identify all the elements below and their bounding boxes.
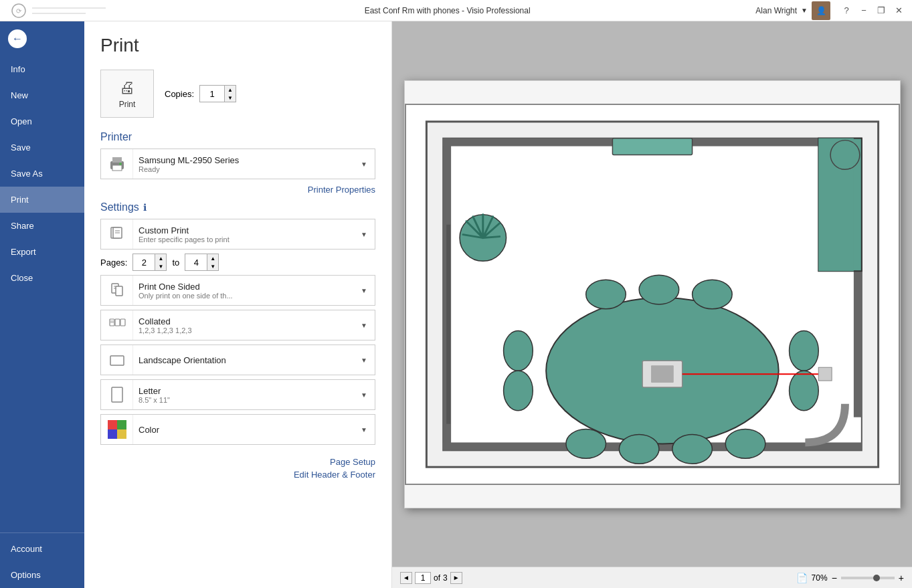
sidebar-item-account[interactable]: Account bbox=[0, 536, 84, 562]
page-setup-link[interactable]: Page Setup bbox=[330, 456, 375, 468]
printer-properties-link[interactable]: Printer Properties bbox=[308, 183, 375, 196]
collated-arrow: ▼ bbox=[353, 310, 375, 340]
svg-point-7 bbox=[119, 163, 122, 165]
print-one-sided-label: Print One Sided bbox=[139, 282, 348, 292]
copies-up-arrow[interactable]: ▲ bbox=[225, 86, 236, 94]
printer-text: Samsung ML-2950 Series Ready bbox=[133, 153, 353, 176]
custom-print-text: Custom Print Enter specific pages to pri… bbox=[133, 223, 353, 246]
nav-divider bbox=[0, 532, 84, 533]
svg-rect-13 bbox=[116, 286, 122, 296]
close-button[interactable]: ✕ bbox=[891, 3, 907, 19]
svg-rect-48 bbox=[818, 367, 832, 381]
user-name: Alan Wright bbox=[755, 6, 797, 15]
color-icon bbox=[101, 415, 133, 444]
pages-label: Pages: bbox=[100, 258, 127, 268]
color-dropdown[interactable]: Color ▼ bbox=[100, 414, 375, 445]
preview-inner bbox=[405, 104, 900, 485]
print-button-label: Print bbox=[119, 100, 136, 109]
zoom-slider[interactable] bbox=[841, 577, 895, 579]
zoom-thumb bbox=[873, 575, 880, 581]
help-button[interactable]: ? bbox=[838, 3, 854, 19]
page-title: Print bbox=[100, 35, 375, 56]
sidebar-item-share[interactable]: Share bbox=[0, 213, 84, 239]
sidebar-item-label: New bbox=[11, 90, 28, 100]
ribbon-icons: ⟳ bbox=[5, 3, 112, 19]
pages-from-input[interactable] bbox=[133, 254, 155, 270]
svg-point-39 bbox=[672, 434, 712, 464]
sidebar-item-label: Save As bbox=[11, 169, 43, 179]
sidebar-item-open[interactable]: Open bbox=[0, 108, 84, 134]
pages-from-down[interactable]: ▼ bbox=[155, 262, 166, 270]
edit-header-footer-link[interactable]: Edit Header & Footer bbox=[294, 468, 375, 481]
pages-to-down[interactable]: ▼ bbox=[207, 262, 218, 270]
sidebar-item-close[interactable]: Close bbox=[0, 265, 84, 291]
svg-text:⟳: ⟳ bbox=[16, 7, 22, 15]
window-controls: ? − ❐ ✕ bbox=[838, 3, 907, 19]
svg-point-38 bbox=[619, 434, 659, 464]
bottom-links: Page Setup Edit Header & Footer bbox=[100, 456, 375, 481]
sidebar-item-info[interactable]: Info bbox=[0, 56, 84, 82]
landscape-text: Landscape Orientation bbox=[133, 353, 353, 368]
print-one-sided-sub: Only print on one side of th... bbox=[139, 292, 348, 300]
sidebar-item-save-as[interactable]: Save As bbox=[0, 161, 84, 187]
landscape-dropdown[interactable]: Landscape Orientation ▼ bbox=[100, 345, 375, 375]
pages-to-spinner[interactable]: ▲ ▼ bbox=[185, 254, 219, 271]
pages-row: Pages: ▲ ▼ to ▲ ▼ bbox=[100, 254, 375, 271]
sidebar-item-save[interactable]: Save bbox=[0, 134, 84, 161]
main-layout: ← Info New Open Save Save As Print Share… bbox=[0, 21, 912, 588]
color-text: Color bbox=[133, 422, 353, 437]
sidebar-item-export[interactable]: Export bbox=[0, 239, 84, 265]
minimize-button[interactable]: − bbox=[856, 3, 872, 19]
printer-dropdown[interactable]: Samsung ML-2950 Series Ready ▼ bbox=[100, 149, 375, 179]
collated-label: Collated bbox=[139, 316, 348, 326]
sidebar-item-label: Info bbox=[11, 64, 25, 74]
collated-text: Collated 1,2,3 1,2,3 1,2,3 bbox=[133, 314, 353, 337]
copies-down-arrow[interactable]: ▼ bbox=[225, 94, 236, 102]
sidebar-item-label: Share bbox=[11, 221, 34, 231]
user-area[interactable]: Alan Wright ▼ 👤 bbox=[755, 1, 830, 20]
sidebar-item-print[interactable]: Print bbox=[0, 187, 84, 213]
sidebar-item-label: Open bbox=[11, 116, 32, 126]
copies-input[interactable] bbox=[200, 86, 224, 102]
svg-rect-18 bbox=[120, 319, 125, 326]
pages-from-spinner[interactable]: ▲ ▼ bbox=[132, 254, 167, 271]
content-area: Print 🖨 Print Copies: ▲ ▼ bbox=[84, 21, 912, 588]
user-dropdown-icon[interactable]: ▼ bbox=[801, 7, 808, 14]
pages-to-up[interactable]: ▲ bbox=[207, 254, 218, 262]
letter-text: Letter 8.5" x 11" bbox=[133, 383, 353, 407]
color-arrow: ▼ bbox=[353, 415, 375, 444]
svg-point-43 bbox=[789, 330, 818, 371]
custom-print-dropdown[interactable]: Custom Print Enter specific pages to pri… bbox=[100, 219, 375, 250]
collated-dropdown[interactable]: Collated 1,2,3 1,2,3 1,2,3 ▼ bbox=[100, 310, 375, 340]
zoom-in-button[interactable]: + bbox=[899, 573, 904, 583]
copies-label: Copies: bbox=[165, 89, 194, 99]
sidebar-item-options[interactable]: Options bbox=[0, 562, 84, 588]
preview-bottombar: ◄ 1 of 3 ► 📄 70% − + bbox=[392, 567, 912, 588]
landscape-arrow: ▼ bbox=[353, 345, 375, 375]
print-one-sided-dropdown[interactable]: Print One Sided Only print on one side o… bbox=[100, 275, 375, 306]
custom-print-sub: Enter specific pages to print bbox=[139, 235, 348, 243]
zoom-out-button[interactable]: − bbox=[832, 573, 837, 583]
back-button[interactable]: ← bbox=[5, 27, 29, 51]
next-page-button[interactable]: ► bbox=[450, 572, 462, 584]
prev-page-button[interactable]: ◄ bbox=[400, 572, 412, 584]
print-button-area: 🖨 Print Copies: ▲ ▼ bbox=[100, 70, 375, 118]
back-arrow-icon: ← bbox=[8, 29, 27, 48]
sidebar-item-new[interactable]: New bbox=[0, 82, 84, 108]
svg-point-42 bbox=[503, 371, 533, 411]
page-nav: ◄ 1 of 3 ► bbox=[400, 572, 462, 584]
svg-point-35 bbox=[639, 275, 679, 304]
pages-to-input[interactable] bbox=[185, 254, 207, 270]
printer-name: Samsung ML-2950 Series bbox=[139, 155, 348, 165]
letter-dropdown[interactable]: Letter 8.5" x 11" ▼ bbox=[100, 379, 375, 410]
print-button[interactable]: 🖨 Print bbox=[100, 70, 154, 118]
landscape-label: Landscape Orientation bbox=[139, 355, 348, 365]
letter-icon bbox=[101, 380, 133, 409]
pages-from-up[interactable]: ▲ bbox=[155, 254, 166, 262]
copies-spinner[interactable]: ▲ ▼ bbox=[199, 85, 236, 102]
settings-info-icon[interactable]: ℹ bbox=[143, 202, 147, 213]
color-label: Color bbox=[139, 425, 348, 435]
restore-button[interactable]: ❐ bbox=[873, 3, 889, 19]
custom-print-icon bbox=[101, 219, 133, 249]
sidebar-item-label: Save bbox=[11, 142, 31, 153]
